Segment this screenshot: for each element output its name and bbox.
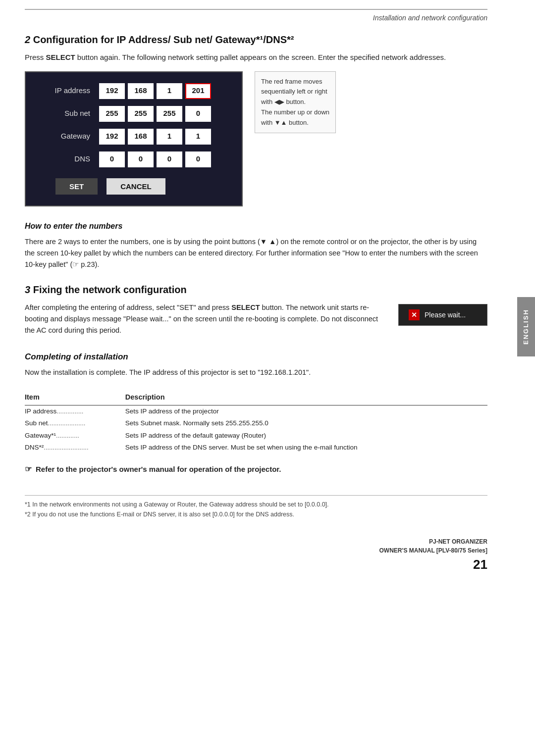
table-col-item: Item <box>25 390 125 405</box>
section3-body: After completing the entering of address… <box>25 302 383 337</box>
please-wait-icon: ✕ <box>409 309 420 320</box>
ip-octet-1: 192 <box>99 83 125 99</box>
footer-right: PJ-NET ORGANIZER OWNER'S MANUAL [PLV-80/… <box>379 537 487 574</box>
section2-intro: Press SELECT button again. The following… <box>25 52 487 63</box>
dns-octet-2: 0 <box>128 151 154 167</box>
refer-text: Refer to the projector's owner's manual … <box>36 465 281 473</box>
buttons-row: SET CANCEL <box>41 178 227 195</box>
ip-octet-4: 201 <box>185 83 211 99</box>
gateway-octet-4: 1 <box>185 129 211 145</box>
s3-bold: SELECT <box>231 303 260 311</box>
footer-page-number: 21 <box>473 557 487 572</box>
note-line6: with <box>261 119 272 126</box>
row4-dots: ......................... <box>44 444 88 451</box>
note-line1: The red frame moves <box>261 78 322 85</box>
gateway-octet-1: 192 <box>99 129 125 145</box>
footer-manual-line1: PJ-NET ORGANIZER <box>379 537 487 546</box>
ip-octet-3: 1 <box>157 83 182 99</box>
dns-row: DNS 0 0 0 0 <box>41 151 227 167</box>
section3-area: After completing the entering of address… <box>25 302 487 337</box>
page-wrapper: ENGLISH Installation and network configu… <box>0 0 535 756</box>
how-to-body: There are 2 ways to enter the numbers, o… <box>25 236 487 271</box>
arrow-lr: ◀▶ <box>274 98 284 105</box>
note-line7: button. <box>289 119 309 126</box>
row4-desc: Sets IP address of the DNS server. Must … <box>125 442 487 454</box>
footnote-2: *2 If you do not use the functions E-mai… <box>25 509 487 519</box>
subnet-row: Sub net 255 255 255 0 <box>41 106 227 122</box>
cancel-button[interactable]: CANCEL <box>107 178 165 195</box>
gateway-octets: 192 168 1 1 <box>99 129 211 145</box>
row2-dots: ..................... <box>48 419 86 427</box>
ip-label: IP address <box>41 85 90 97</box>
subnet-label: Sub net <box>41 108 90 119</box>
gateway-octet-2: 168 <box>128 129 154 145</box>
refer-note: ☞ Refer to the projector's owner's manua… <box>25 463 487 475</box>
panel-notes: The red frame moves sequentially left or… <box>255 71 336 134</box>
please-wait-text: Please wait... <box>425 310 466 320</box>
intro-text2: button again. The following network sett… <box>75 53 446 61</box>
row3-dots: ............. <box>56 432 79 439</box>
subnet-octet-3: 255 <box>157 106 182 122</box>
ip-octet-2: 168 <box>128 83 154 99</box>
set-button[interactable]: SET <box>55 178 98 195</box>
ip-address-row: IP address 192 168 1 201 <box>41 83 227 99</box>
row1-desc: Sets IP address of the projector <box>125 405 487 418</box>
section2-title-text: Configuration for IP Address/ Sub net/ G… <box>33 34 294 45</box>
note-line4: button. <box>286 98 306 105</box>
row2-desc: Sets Subnet mask. Normally sets 255.255.… <box>125 417 487 429</box>
dns-octet-4: 0 <box>185 151 211 167</box>
top-header: Installation and network configuration <box>25 9 487 23</box>
section3-number: 3 <box>25 284 33 295</box>
subnet-octet-4: 0 <box>185 106 211 122</box>
row3-desc: Sets IP address of the default gateway (… <box>125 430 487 442</box>
main-content: Installation and network configuration 2… <box>0 0 517 534</box>
please-wait-box: ✕ Please wait... <box>398 304 487 326</box>
footer-manual-line2: OWNER'S MANUAL [PLV-80/75 Series] <box>379 546 487 555</box>
side-tab: ENGLISH <box>517 297 535 356</box>
network-panel: IP address 192 168 1 201 Sub net 255 255… <box>25 71 243 206</box>
section3-title-text: Fixing the network configuration <box>33 284 187 295</box>
note-line2: sequentially left or right <box>261 88 327 95</box>
row4-label: DNS*²......................... <box>25 442 125 454</box>
how-to-title: How to enter the numbers <box>25 220 487 232</box>
please-wait-x: ✕ <box>411 310 417 320</box>
header-italic-title: Installation and network configuration <box>373 14 487 22</box>
table-row: Gateway*¹............. Sets IP address o… <box>25 430 487 442</box>
side-tab-label: ENGLISH <box>521 309 531 345</box>
s3-body1: After completing the entering of address… <box>25 303 231 311</box>
footnote-1: *1 In the network environments not using… <box>25 500 487 509</box>
row3-label: Gateway*¹............. <box>25 430 125 442</box>
table-row: DNS*²......................... Sets IP a… <box>25 442 487 454</box>
completing-body: Now the installation is complete. The IP… <box>25 367 487 378</box>
page-footer: PJ-NET ORGANIZER OWNER'S MANUAL [PLV-80/… <box>0 534 517 579</box>
gateway-row: Gateway 192 168 1 1 <box>41 129 227 145</box>
note-line5: The number up or down <box>261 108 329 116</box>
subnet-octets: 255 255 255 0 <box>99 106 211 122</box>
panel-area: IP address 192 168 1 201 Sub net 255 255… <box>25 71 487 206</box>
dns-octets: 0 0 0 0 <box>99 151 211 167</box>
intro-bold: SELECT <box>46 53 75 61</box>
dns-octet-3: 0 <box>157 151 182 167</box>
table-row: Sub net..................... Sets Subnet… <box>25 417 487 429</box>
refer-icon: ☞ <box>25 463 32 475</box>
row2-label: Sub net..................... <box>25 417 125 429</box>
table-col-desc: Description <box>125 390 487 405</box>
arrow-ud: ▼▲ <box>274 119 287 126</box>
subnet-octet-1: 255 <box>99 106 125 122</box>
section3-title: 3 Fixing the network configuration <box>25 282 487 297</box>
info-table: Item Description IP address.............… <box>25 390 487 454</box>
row1-label: IP address............... <box>25 405 125 418</box>
dns-label: DNS <box>41 153 90 165</box>
row1-dots: ............... <box>56 407 83 415</box>
gateway-octet-3: 1 <box>157 129 182 145</box>
section2-title: 2 Configuration for IP Address/ Sub net/… <box>25 32 487 47</box>
intro-text1: Press <box>25 53 46 61</box>
subnet-octet-2: 255 <box>128 106 154 122</box>
footnotes: *1 In the network environments not using… <box>25 495 487 519</box>
table-row: IP address............... Sets IP addres… <box>25 405 487 418</box>
completing-title: Completing of installation <box>25 351 487 363</box>
dns-octet-1: 0 <box>99 151 125 167</box>
gateway-label: Gateway <box>41 131 90 142</box>
note-line3: with <box>261 98 272 105</box>
ip-octets: 192 168 1 201 <box>99 83 211 99</box>
